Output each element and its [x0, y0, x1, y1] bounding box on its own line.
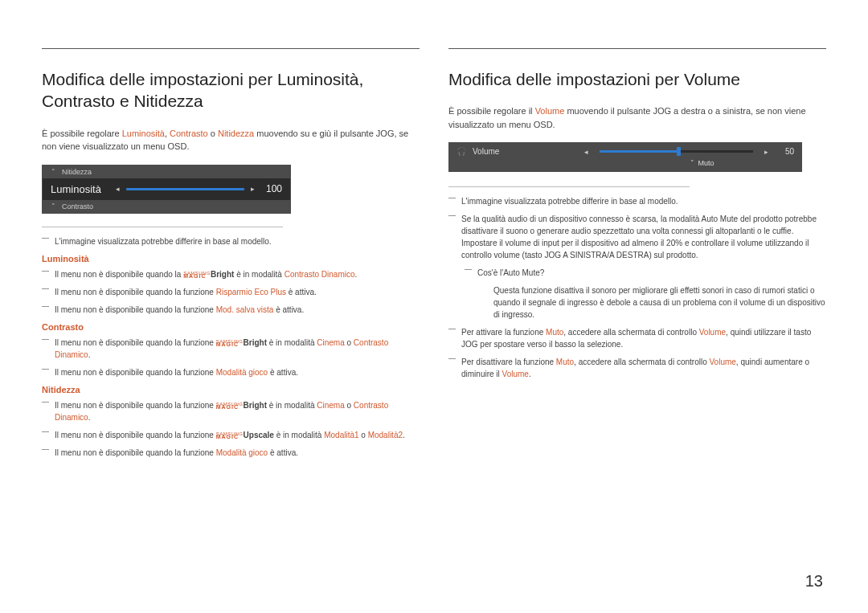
osd-volume-row: 🎧 Volume ◂ ▸ 50 [457, 147, 794, 156]
t: È possibile regolare [42, 129, 122, 138]
note: Il menu non è disponibile quando la funz… [42, 337, 420, 361]
rule-thin-right [448, 186, 690, 187]
osd-brightness: ˄ Nitidezza Luminosità ◂ ▸ 100 ˅ Contras… [42, 165, 291, 214]
page-number: 13 [805, 572, 823, 591]
kw-volume: Volume [535, 106, 565, 116]
intro-right: È possibile regolare il Volume muovendo … [448, 104, 826, 131]
osd-main-label: Luminosità [51, 183, 101, 195]
note-model-right: L'immagine visualizzata potrebbe differi… [448, 195, 826, 207]
note: Il menu non è disponibile quando la funz… [42, 286, 420, 298]
magic-logo: SAMSUNGMAGIC [216, 403, 244, 410]
kw: Cinema [317, 338, 344, 347]
osd-bottom-label: Contrasto [62, 202, 93, 210]
kw: Contrasto Dinamico [285, 270, 355, 279]
t: Il menu non è disponibile quando la funz… [55, 288, 216, 296]
osd-top-label: Nitidezza [62, 168, 92, 176]
kw: Muto [556, 358, 574, 366]
kw: Modalità2 [368, 431, 403, 439]
t: è attiva. [286, 288, 317, 296]
kw-nitidezza: Nitidezza [218, 129, 254, 138]
t: è in modalità [234, 270, 284, 279]
osd-volume-value: 50 [775, 147, 794, 156]
kw: Risparmio Eco Plus [216, 288, 286, 296]
heading-right: Modifica delle impostazioni per Volume [448, 68, 826, 90]
t: Bright [244, 338, 267, 347]
slider-track [126, 188, 244, 190]
rule-top-left [42, 48, 420, 49]
chevron-up-icon: ˄ [49, 168, 57, 176]
t: è in modalità [267, 401, 317, 410]
note: Il menu non è disponibile quando la SAMS… [42, 268, 420, 280]
t: è in modalità [267, 338, 317, 347]
t: o [345, 401, 354, 410]
left-column: Modifica delle impostazioni per Luminosi… [42, 48, 420, 464]
note: Il menu non è disponibile quando la funz… [42, 304, 420, 316]
osd-volume: 🎧 Volume ◂ ▸ 50 ˅ Muto [448, 142, 802, 172]
t: , accedere alla schermata di controllo [563, 328, 698, 337]
subhead-nitidezza: Nitidezza [42, 385, 420, 394]
kw: Modalità1 [324, 431, 358, 439]
volume-fill [600, 150, 676, 153]
note-muto-enable: Per attivare la funzione Muto, accedere … [448, 326, 826, 350]
kw: Modalità gioco [216, 368, 268, 377]
osd-mute-label: Muto [698, 159, 714, 167]
kw: Mod. salva vista [216, 305, 274, 314]
osd-row-top: ˄ Nitidezza [43, 166, 290, 178]
volume-track [600, 150, 753, 153]
t: , accedere alla schermata di controllo [574, 358, 709, 366]
note: Il menu non è disponibile quando la funz… [42, 399, 420, 423]
t: Per attivare la funzione [461, 328, 546, 337]
t: Il menu non è disponibile quando la funz… [55, 431, 216, 439]
t: o [345, 338, 354, 347]
t: o [359, 431, 368, 439]
t: Il menu non è disponibile quando la [55, 270, 183, 279]
t: Il menu non è disponibile quando la funz… [55, 401, 216, 410]
t: . [88, 350, 91, 359]
t: o [208, 129, 218, 138]
kw: Cinema [317, 401, 344, 410]
osd-value: 100 [261, 183, 282, 194]
subhead-contrasto: Contrasto [42, 322, 420, 332]
magic-logo: SAMSUNGMAGIC [216, 340, 244, 347]
rule-thin-left [42, 227, 283, 227]
volume-knob [677, 147, 681, 156]
t: Il menu non è disponibile quando la funz… [55, 305, 216, 314]
t: Il menu non è disponibile quando la funz… [55, 368, 216, 377]
kw: Modalità gioco [216, 448, 268, 457]
t: . [403, 431, 405, 439]
kw: Muto [546, 328, 563, 337]
osd-mute-row: ˅ Muto [457, 159, 794, 167]
osd-volume-label: Volume [473, 147, 499, 156]
t: Questa funzione disattiva il sonoro per … [493, 286, 825, 319]
t: Upscale [244, 431, 274, 439]
note-model-left: L'immagine visualizzata potrebbe differi… [42, 235, 420, 247]
t: Bright [211, 270, 234, 279]
kw: Volume [699, 328, 726, 337]
note: Il menu non è disponibile quando la funz… [42, 366, 420, 378]
note: Il menu non è disponibile quando la funz… [42, 429, 420, 441]
t: . [88, 413, 91, 422]
intro-left: È possibile regolare Luminosità, Contras… [42, 127, 420, 153]
magic-logo: SAMSUNGMAGIC [216, 432, 244, 439]
note-automute-ans: Questa funzione disattiva il sonoro per … [465, 284, 826, 321]
triangle-left-icon: ◂ [584, 148, 588, 156]
kw: Volume [710, 358, 736, 366]
slider-fill [126, 188, 244, 190]
kw-contrasto: Contrasto [170, 129, 208, 138]
chevron-down-icon: ˅ [688, 159, 696, 167]
triangle-left-icon: ◂ [116, 185, 120, 193]
triangle-right-icon: ▸ [251, 185, 255, 193]
right-column: Modifica delle impostazioni per Volume È… [448, 48, 826, 464]
osd-row-bottom: ˅ Contrasto [43, 200, 290, 213]
t: Per disattivare la funzione [461, 358, 556, 366]
kw: Volume [502, 370, 529, 378]
magic-logo: SAMSUNGMAGIC [183, 272, 211, 279]
chevron-down-icon: ˅ [49, 202, 57, 210]
t: è attiva. [273, 305, 304, 314]
t: è in modalità [274, 431, 324, 439]
osd-slider: ◂ ▸ 100 [116, 183, 282, 194]
headphones-icon: 🎧 [457, 147, 466, 156]
rule-top-right [448, 48, 826, 49]
triangle-right-icon: ▸ [764, 148, 768, 156]
osd-row-main: Luminosità ◂ ▸ 100 [43, 178, 290, 200]
